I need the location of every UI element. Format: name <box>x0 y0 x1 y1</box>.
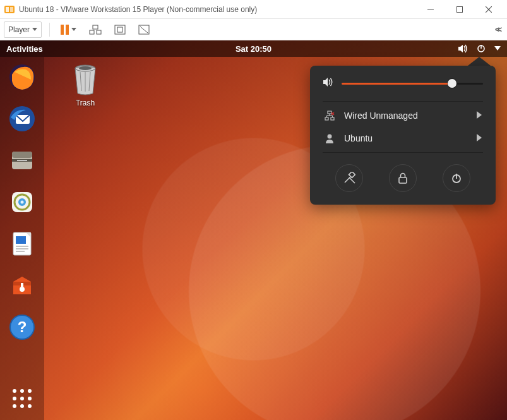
svg-marker-48 <box>323 78 328 87</box>
user-label: Ubuntu <box>344 133 373 143</box>
user-row[interactable]: Ubuntu <box>319 127 487 150</box>
power-menu-icon[interactable] <box>477 44 486 53</box>
network-label: Wired Unmanaged <box>344 111 418 121</box>
svg-rect-11 <box>117 27 122 32</box>
power-button[interactable] <box>443 164 470 192</box>
divider <box>323 101 483 102</box>
svg-marker-17 <box>494 46 501 51</box>
vmware-title: Ubuntu 18 - VMware Workstation 15 Player… <box>19 5 257 14</box>
chevron-down-icon <box>71 28 76 31</box>
svg-rect-4 <box>457 6 463 12</box>
minimize-button[interactable] <box>416 0 445 19</box>
volume-slider[interactable] <box>342 83 483 85</box>
dock-rhythmbox[interactable] <box>7 187 37 217</box>
popover-arrow <box>468 57 491 66</box>
send-ctrl-alt-del-button[interactable] <box>86 21 105 38</box>
cad-icon <box>89 24 102 35</box>
svg-rect-1 <box>6 7 9 12</box>
desktop-trash[interactable]: Trash <box>63 63 107 107</box>
dock-libreoffice-writer[interactable] <box>7 229 37 259</box>
chevron-down-icon <box>32 28 37 31</box>
user-icon <box>324 133 335 143</box>
close-button[interactable] <box>474 0 503 19</box>
svg-rect-7 <box>93 25 98 29</box>
svg-rect-32 <box>16 236 26 244</box>
svg-marker-60 <box>477 134 482 141</box>
activities-button[interactable]: Activities <box>6 44 43 54</box>
divider <box>323 152 483 153</box>
dock-firefox[interactable] <box>7 62 37 92</box>
svg-text:?: ? <box>18 318 27 335</box>
show-applications-button[interactable] <box>9 386 35 411</box>
svg-rect-50 <box>325 117 328 120</box>
svg-point-47 <box>79 66 92 70</box>
vmware-app-icon <box>4 4 15 15</box>
svg-rect-51 <box>331 117 334 120</box>
chevron-left-double-icon: << <box>495 25 500 34</box>
clock-label[interactable]: Sat 20:50 <box>236 44 271 54</box>
ubuntu-dock: ? <box>0 57 44 420</box>
player-menu-button[interactable]: Player <box>4 21 42 38</box>
svg-line-13 <box>140 27 148 33</box>
desktop-trash-label: Trash <box>63 99 107 107</box>
collapse-toolbar-button[interactable]: << <box>492 21 503 38</box>
svg-rect-49 <box>328 111 331 114</box>
chevron-right-icon <box>477 111 482 121</box>
unity-icon <box>138 25 150 35</box>
volume-icon[interactable] <box>458 44 468 53</box>
ubuntu-desktop: Activities Sat 20:50 <box>0 40 507 420</box>
chevron-right-icon <box>477 133 482 143</box>
svg-marker-58 <box>477 111 482 119</box>
svg-rect-10 <box>115 25 125 34</box>
unity-mode-button[interactable] <box>135 21 153 38</box>
player-menu-label: Player <box>8 25 30 34</box>
trash-icon <box>71 63 99 96</box>
pause-icon <box>61 25 69 35</box>
dock-files[interactable] <box>7 145 37 176</box>
dock-ubuntu-software[interactable] <box>7 270 37 301</box>
vmware-titlebar: Ubuntu 18 - VMware Workstation 15 Player… <box>0 0 507 19</box>
volume-row <box>319 76 487 99</box>
svg-rect-8 <box>90 30 94 34</box>
svg-point-59 <box>328 135 332 139</box>
lock-button[interactable] <box>389 164 417 192</box>
chevron-down-icon[interactable] <box>494 46 501 51</box>
fullscreen-icon <box>114 25 126 35</box>
settings-icon <box>343 172 355 184</box>
svg-rect-23 <box>12 152 32 158</box>
pause-vm-button[interactable] <box>57 21 80 38</box>
svg-rect-2 <box>10 7 13 12</box>
svg-rect-38 <box>21 283 23 287</box>
gnome-top-panel: Activities Sat 20:50 <box>0 40 507 57</box>
svg-rect-9 <box>97 30 101 34</box>
network-row[interactable]: Wired Unmanaged <box>319 104 487 127</box>
fullscreen-button[interactable] <box>111 21 129 38</box>
lock-icon <box>398 172 408 184</box>
svg-rect-64 <box>399 177 407 183</box>
dock-thunderbird[interactable] <box>7 104 37 134</box>
svg-point-29 <box>21 201 24 204</box>
vmware-toolbar: Player << <box>0 19 507 40</box>
network-wired-icon <box>324 111 335 121</box>
svg-point-37 <box>20 287 25 292</box>
settings-button[interactable] <box>335 164 363 192</box>
power-icon <box>451 172 462 184</box>
svg-rect-25 <box>17 160 27 162</box>
volume-icon <box>323 77 334 90</box>
svg-marker-14 <box>458 45 463 52</box>
maximize-button[interactable] <box>445 0 474 19</box>
dock-help[interactable]: ? <box>7 312 37 342</box>
toolbar-separator <box>49 23 50 37</box>
system-status-popover: Wired Unmanaged Ubuntu <box>310 66 496 205</box>
